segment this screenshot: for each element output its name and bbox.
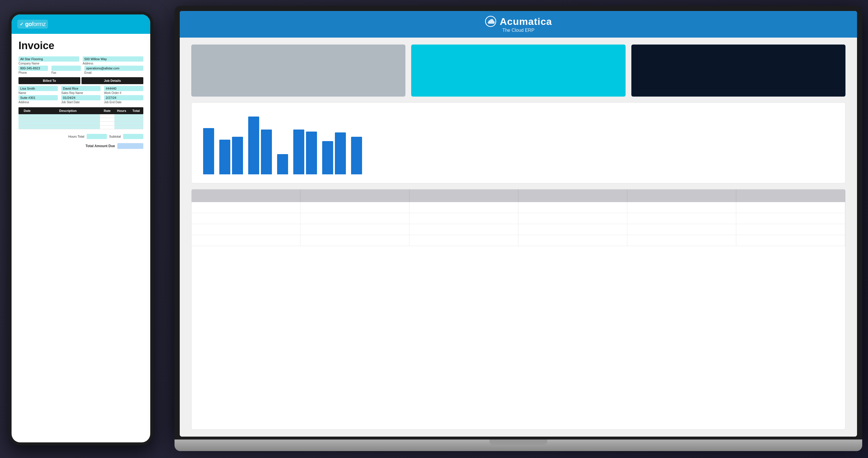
data-table <box>191 189 845 430</box>
color-block-cyan <box>411 45 625 96</box>
table-row <box>19 118 143 122</box>
td-rate <box>100 122 115 125</box>
data-cell <box>409 235 518 246</box>
data-cell <box>192 235 301 246</box>
col-description: Description <box>36 107 100 114</box>
tablet-screen: ✓ goformz Invoice All Star Flooring Comp… <box>11 15 150 442</box>
table-row <box>19 114 143 118</box>
phone-value: 800-345-8923 <box>19 66 48 71</box>
data-cell <box>301 202 409 213</box>
data-cell <box>736 213 845 224</box>
color-blocks-row <box>191 45 845 96</box>
sales-rep-field: David Rice Sales Rep Name <box>61 86 100 94</box>
td-desc <box>36 125 100 129</box>
table-header-cell <box>627 190 736 202</box>
td-desc <box>36 114 100 118</box>
company-value: All Star Flooring <box>19 56 79 62</box>
total-due-row: Total Amount Due <box>86 143 143 149</box>
sales-rep-label: Sales Rep Name <box>61 91 100 94</box>
data-cell <box>627 202 736 213</box>
job-details-header: Job Details <box>82 77 143 84</box>
address-value: 500 Willow Way <box>83 56 143 62</box>
fax-field: Fax <box>52 66 81 74</box>
col-rate: Rate <box>100 107 115 114</box>
bar <box>203 128 214 174</box>
td-date <box>19 125 36 129</box>
data-cell <box>301 224 409 235</box>
total-due-value <box>117 143 143 149</box>
totals-section: Hours Total Subtotal Total Amount Due <box>19 134 143 149</box>
total-due-label: Total Amount Due <box>86 144 115 148</box>
sales-rep-value: David Rice <box>61 86 100 91</box>
billed-name-field: Lisa Smith Name <box>19 86 58 94</box>
phone-field: 800-345-8923 Phone <box>19 66 48 74</box>
billed-to-header: Billed To <box>19 77 80 84</box>
bar <box>335 133 346 174</box>
data-cell <box>518 213 627 224</box>
email-value: operations@allstar.com <box>84 66 143 71</box>
work-order-field: #44440 Work Order # <box>104 86 143 94</box>
company-field: All Star Flooring Company Name <box>19 56 79 65</box>
bar-group-3 <box>248 117 272 174</box>
hours-total-row: Hours Total Subtotal <box>68 134 143 139</box>
data-cell <box>192 213 301 224</box>
data-table-body <box>192 202 845 246</box>
td-total <box>129 125 143 129</box>
acumatica-cloud-icon <box>485 16 496 27</box>
address2-field: Suite #301 Address <box>19 95 58 104</box>
bar <box>219 140 230 174</box>
job-end-field: 2/27/24 Job End Date <box>104 95 143 104</box>
bar-group-4 <box>277 154 288 174</box>
company-address-row: All Star Flooring Company Name 500 Willo… <box>19 56 143 65</box>
data-table-row <box>192 202 845 213</box>
table-header: Date Description Rate Hours Total <box>19 107 143 114</box>
email-label: Email <box>84 71 143 74</box>
data-cell <box>409 224 518 235</box>
name-salesrep-row: Lisa Smith Name David Rice Sales Rep Nam… <box>19 86 143 94</box>
subtotal-label: Subtotal <box>109 135 121 138</box>
data-cell <box>301 213 409 224</box>
data-table-row <box>192 224 845 235</box>
billed-name-label: Name <box>19 91 58 94</box>
bar <box>248 117 259 174</box>
laptop-base <box>175 439 862 451</box>
subtotal-value <box>123 134 143 139</box>
bar <box>293 130 304 174</box>
acumatica-title: Acumatica <box>500 16 552 27</box>
email-field: operations@allstar.com Email <box>84 66 143 74</box>
data-table-header <box>192 190 845 202</box>
td-date <box>19 118 36 121</box>
col-total: Total <box>129 107 143 114</box>
td-rate <box>100 118 115 121</box>
job-start-value: 01/24/24 <box>61 95 100 100</box>
bar-group-5 <box>293 130 317 174</box>
col-date: Date <box>19 107 36 114</box>
table-header-cell <box>301 190 409 202</box>
table-header-cell <box>518 190 627 202</box>
bar-group-2 <box>219 137 243 174</box>
bar <box>261 130 272 174</box>
data-table-row <box>192 235 845 246</box>
laptop-content <box>180 37 857 437</box>
job-end-label: Job End Date <box>104 101 143 104</box>
fax-value <box>52 66 81 71</box>
tablet: ✓ goformz Invoice All Star Flooring Comp… <box>9 11 153 445</box>
td-total <box>129 118 143 121</box>
td-rate <box>100 114 115 118</box>
job-start-label: Job Start Date <box>61 101 100 104</box>
job-end-value: 2/27/24 <box>104 95 143 100</box>
td-hours <box>115 122 129 125</box>
data-cell <box>627 224 736 235</box>
td-hours <box>115 118 129 121</box>
data-cell <box>518 235 627 246</box>
data-cell <box>736 224 845 235</box>
goformz-logo: ✓ goformz <box>17 20 48 29</box>
td-total <box>129 114 143 118</box>
td-date <box>19 122 36 125</box>
data-cell <box>301 235 409 246</box>
color-block-gray <box>191 45 405 96</box>
invoice-title: Invoice <box>19 39 143 52</box>
phone-fax-email-row: 800-345-8923 Phone Fax operations@allsta… <box>19 66 143 74</box>
address-label: Address <box>83 62 143 65</box>
hours-total-label: Hours Total <box>68 135 84 138</box>
